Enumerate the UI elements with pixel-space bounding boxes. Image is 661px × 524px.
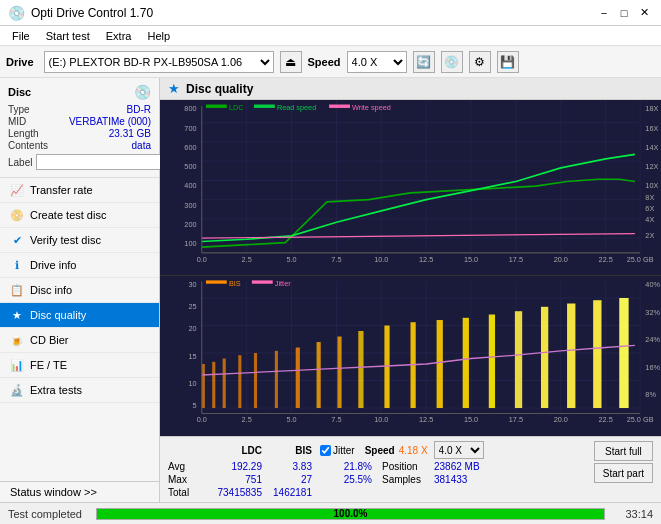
menu-extra[interactable]: Extra [98, 28, 140, 44]
sidebar-item-extra-tests[interactable]: 🔬 Extra tests [0, 378, 159, 403]
disc-mid-label: MID [8, 116, 26, 127]
menu-start-test[interactable]: Start test [38, 28, 98, 44]
svg-text:6X: 6X [645, 204, 654, 213]
menu-file[interactable]: File [4, 28, 38, 44]
save-button[interactable]: 💾 [497, 51, 519, 73]
window-controls: − □ ✕ [595, 4, 653, 22]
svg-text:400: 400 [184, 181, 196, 190]
verify-test-disc-icon: ✔ [10, 233, 24, 247]
sidebar-item-disc-info[interactable]: 📋 Disc info [0, 278, 159, 303]
titlebar: 💿 Opti Drive Control 1.70 − □ ✕ [0, 0, 661, 26]
svg-text:10.0: 10.0 [374, 255, 388, 264]
sidebar-item-cd-bier[interactable]: 🍺 CD Bier [0, 328, 159, 353]
svg-rect-100 [223, 359, 226, 409]
sidebar-item-verify-test-disc[interactable]: ✔ Verify test disc [0, 228, 159, 253]
jitter-header: Jitter [333, 445, 355, 456]
speed-select[interactable]: 4.0 X [347, 51, 407, 73]
disc-button[interactable]: 💿 [441, 51, 463, 73]
eject-button[interactable]: ⏏ [280, 51, 302, 73]
avg-label: Avg [168, 461, 200, 472]
disc-info-icon: 📋 [10, 283, 24, 297]
drive-info-icon: ℹ [10, 258, 24, 272]
svg-text:100: 100 [184, 239, 196, 248]
charts-area: 800 700 600 500 400 300 200 100 18X 16X … [160, 100, 661, 436]
progress-label: 100.0% [97, 509, 604, 519]
toolbar: Drive (E:) PLEXTOR BD-R PX-LB950SA 1.06 … [0, 46, 661, 78]
disc-quality-header: ★ Disc quality [160, 78, 661, 100]
top-chart: 800 700 600 500 400 300 200 100 18X 16X … [160, 100, 661, 276]
status-window-button[interactable]: Status window >> [0, 481, 159, 502]
svg-text:12.5: 12.5 [419, 255, 433, 264]
app-title: Opti Drive Control 1.70 [31, 6, 153, 20]
sidebar-item-disc-quality[interactable]: ★ Disc quality [0, 303, 159, 328]
dq-title: Disc quality [186, 82, 253, 96]
bis-header: BIS [262, 445, 312, 456]
transfer-rate-icon: 📈 [10, 183, 24, 197]
svg-rect-113 [515, 312, 522, 409]
start-full-button[interactable]: Start full [594, 441, 653, 461]
disc-contents-label: Contents [8, 140, 48, 151]
position-label: Position [382, 461, 434, 472]
svg-rect-51 [329, 105, 350, 108]
close-button[interactable]: ✕ [635, 4, 653, 22]
svg-rect-112 [489, 315, 495, 409]
svg-text:30: 30 [188, 280, 196, 289]
svg-text:40%: 40% [645, 280, 660, 289]
disc-type-row: Type BD-R [8, 104, 151, 115]
bottom-bar: Test completed 100.0% 33:14 [0, 502, 661, 524]
svg-text:Read speed: Read speed [277, 103, 316, 112]
svg-text:10: 10 [188, 379, 196, 388]
svg-text:LDC: LDC [229, 103, 244, 112]
disc-panel: Disc 💿 Type BD-R MID VERBATIMe (000) Len… [0, 78, 159, 178]
menu-help[interactable]: Help [139, 28, 178, 44]
stats-buttons: Start full Start part [594, 441, 653, 483]
settings-button[interactable]: ⚙ [469, 51, 491, 73]
svg-text:5.0: 5.0 [286, 255, 296, 264]
position-value: 23862 MB [434, 461, 480, 472]
speed-unit-select[interactable]: 4.0 X [434, 441, 484, 459]
max-label: Max [168, 474, 200, 485]
sidebar-item-fe-te[interactable]: 📊 FE / TE [0, 353, 159, 378]
menubar: File Start test Extra Help [0, 26, 661, 46]
svg-text:17.5: 17.5 [509, 255, 523, 264]
svg-rect-115 [567, 304, 575, 409]
minimize-button[interactable]: − [595, 4, 613, 22]
svg-text:25.0 GB: 25.0 GB [627, 255, 654, 264]
svg-rect-103 [275, 351, 278, 408]
svg-text:15.0: 15.0 [464, 416, 478, 425]
sidebar-item-create-test-disc[interactable]: 📀 Create test disc [0, 203, 159, 228]
svg-rect-101 [238, 356, 241, 409]
bottom-chart: 30 25 20 15 10 5 40% 32% 24% 16% 8% 0.0 … [160, 276, 661, 436]
drive-select[interactable]: (E:) PLEXTOR BD-R PX-LB950SA 1.06 [44, 51, 274, 73]
maximize-button[interactable]: □ [615, 4, 633, 22]
svg-text:Write speed: Write speed [352, 103, 391, 112]
titlebar-left: 💿 Opti Drive Control 1.70 [8, 5, 153, 21]
disc-length-row: Length 23.31 GB [8, 128, 151, 139]
svg-text:10X: 10X [645, 181, 658, 190]
create-test-disc-label: Create test disc [30, 209, 106, 221]
max-jitter: 25.5% [312, 474, 372, 485]
svg-text:25: 25 [188, 302, 196, 311]
extra-tests-label: Extra tests [30, 384, 82, 396]
refresh-button[interactable]: 🔄 [413, 51, 435, 73]
disc-quality-label: Disc quality [30, 309, 86, 321]
disc-label-input[interactable] [36, 154, 169, 170]
extra-tests-icon: 🔬 [10, 383, 24, 397]
svg-rect-96 [252, 281, 273, 284]
svg-text:14X: 14X [645, 143, 658, 152]
svg-text:20.0: 20.0 [554, 255, 568, 264]
jitter-checkbox[interactable] [320, 445, 331, 456]
avg-jitter: 21.8% [312, 461, 372, 472]
start-part-button[interactable]: Start part [594, 463, 653, 483]
sidebar-item-transfer-rate[interactable]: 📈 Transfer rate [0, 178, 159, 203]
status-window-label: Status window >> [10, 486, 97, 498]
svg-text:Jitter: Jitter [275, 279, 291, 288]
speed-static-header: Speed [365, 445, 395, 456]
svg-text:0.0: 0.0 [197, 255, 207, 264]
disc-type-value: BD-R [127, 104, 151, 115]
disc-length-label: Length [8, 128, 39, 139]
svg-text:17.5: 17.5 [509, 416, 523, 425]
sidebar-item-drive-info[interactable]: ℹ Drive info [0, 253, 159, 278]
svg-rect-110 [437, 320, 443, 408]
svg-rect-104 [296, 348, 300, 409]
